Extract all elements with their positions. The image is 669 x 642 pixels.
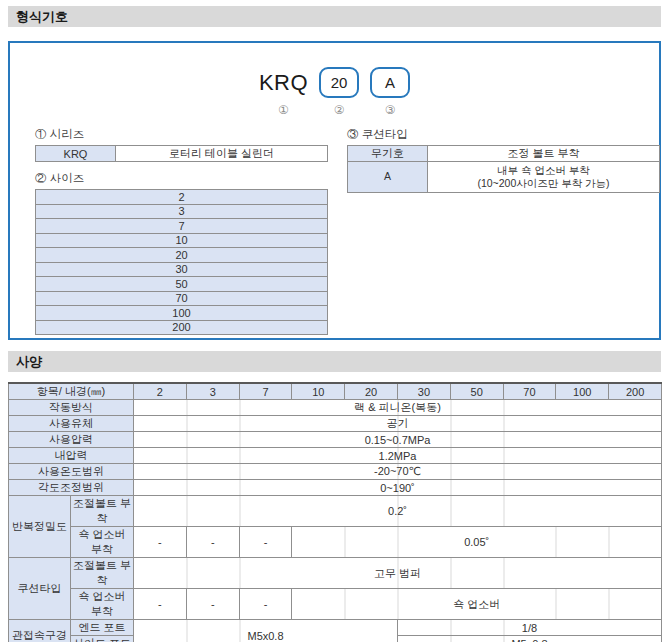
label-cell: 엔드 포트 (71, 620, 134, 636)
label-cell: 사용압력 (9, 432, 134, 448)
spec-table-wrap: 항목/ 내경(㎜)2371020305070100200작동방식랙 & 피니온(… (8, 382, 661, 642)
section-title-model-code: 형식기호 (8, 6, 661, 27)
model-series-group: KRQ ① (259, 67, 308, 117)
table-row: 사용유체공기 (9, 416, 662, 432)
label-cell: 3 (36, 204, 328, 219)
label-cell: 2 (36, 190, 328, 205)
table-row: 쇽 업소버 부착---0.05˚ (9, 527, 662, 558)
label-cell: 70 (503, 383, 556, 400)
model-code-panel: KRQ ① 20 ② A ③ ① 시리즈 KRQ 로터리 테이블 실린더 (8, 41, 661, 340)
table-row: 30 (36, 262, 328, 277)
table-row: 관접속구경엔드 포트M5x0.81/8 (9, 620, 662, 636)
size-section: ② 사이즈 2371020305070100200 (35, 171, 328, 335)
model-series-text: KRQ (259, 70, 308, 96)
value-cell: 쇽 업소버 (292, 589, 662, 620)
value-cell: 0.2˚ (134, 496, 662, 527)
value-cell: 0.15~0.7MPa (134, 432, 662, 448)
value-cell: 0.05˚ (292, 527, 662, 558)
label-cell: 내압력 (9, 448, 134, 464)
model-cushion-box: A (370, 67, 410, 98)
table-row: 100 (36, 306, 328, 321)
model-cushion-group: A ③ (370, 67, 410, 117)
table-row: 200 (36, 320, 328, 335)
label-cell: 100 (556, 383, 609, 400)
label-cell: 작동방식 (9, 400, 134, 416)
series-heading: ① 시리즈 (35, 127, 328, 142)
table-row: 쿠션타입조절볼트 부착고무 범퍼 (9, 558, 662, 589)
label-cell: 쇽 업소버 부착 (71, 527, 134, 558)
label-cell: 30 (398, 383, 451, 400)
table-row: 7 (36, 219, 328, 234)
label-cell: 30 (36, 262, 328, 277)
series-code-cell: KRQ (36, 146, 116, 162)
table-row: 무기호 조정 볼트 부착 (348, 146, 660, 162)
table-row: 사용온도범위-20~70℃ (9, 464, 662, 480)
label-cell: 2 (134, 383, 187, 400)
table-row: KRQ 로터리 테이블 실린더 (36, 146, 328, 162)
label-cell: 50 (450, 383, 503, 400)
label-cell: 3 (186, 383, 239, 400)
label-cell: 사용유체 (9, 416, 134, 432)
catalog-page: 형식기호 KRQ ① 20 ② A ③ ① 시리즈 KRQ 로터리 테이블 (0, 0, 669, 642)
label-cell: 70 (36, 291, 328, 306)
table-row: 50 (36, 277, 328, 292)
table-row: 작동방식랙 & 피니온(복동) (9, 400, 662, 416)
circled-number-3: ③ (385, 103, 396, 117)
label-cell: 200 (36, 320, 328, 335)
table-row: 70 (36, 291, 328, 306)
circled-number-1: ① (278, 103, 289, 117)
label-cell: 10 (36, 233, 328, 248)
size-heading: ② 사이즈 (35, 171, 328, 186)
label-cell: 50 (36, 277, 328, 292)
cushion-section: ③ 쿠션타입 무기호 조정 볼트 부착 A 내부 쇽 업소버 부착 (10~20… (347, 127, 660, 193)
value-cell: -20~70℃ (134, 464, 662, 480)
label-cell: 관접속구경 (9, 620, 71, 642)
value-cell: - (134, 589, 187, 620)
value-cell: 고무 범퍼 (134, 558, 662, 589)
cushion-table: 무기호 조정 볼트 부착 A 내부 쇽 업소버 부착 (10~200사이즈만 부… (347, 145, 660, 193)
series-section: ① 시리즈 KRQ 로터리 테이블 실린더 (35, 127, 328, 162)
table-row: 3 (36, 204, 328, 219)
table-row: 각도조정범위0~190˚ (9, 480, 662, 496)
value-cell: M5x0.8 (134, 620, 398, 642)
value-cell: 공기 (134, 416, 662, 432)
value-cell: 1.2MPa (134, 448, 662, 464)
table-row: 10 (36, 233, 328, 248)
series-desc-cell: 로터리 테이블 실린더 (116, 146, 328, 162)
label-cell: 조절볼트 부착 (71, 496, 134, 527)
label-cell: 반복정밀도 (9, 496, 71, 558)
cushion-code-cell: 무기호 (348, 146, 428, 162)
value-cell: 1/8 (398, 620, 662, 636)
label-cell: 각도조정범위 (9, 480, 134, 496)
label-cell: 20 (345, 383, 398, 400)
cushion-heading: ③ 쿠션타입 (347, 127, 660, 142)
table-row: 내압력1.2MPa (9, 448, 662, 464)
spec-table: 항목/ 내경(㎜)2371020305070100200작동방식랙 & 피니온(… (8, 382, 662, 642)
label-cell: 10 (292, 383, 345, 400)
value-cell: - (239, 527, 292, 558)
circled-number-2: ② (334, 103, 345, 117)
label-cell: 7 (36, 219, 328, 234)
label-cell: 조절볼트 부착 (71, 558, 134, 589)
label-cell: 항목/ 내경(㎜) (9, 383, 134, 400)
label-cell: 사이드 포트 (71, 636, 134, 642)
label-cell: 200 (609, 383, 662, 400)
label-cell: 20 (36, 248, 328, 263)
cushion-desc-cell: 내부 쇽 업소버 부착 (10~200사이즈만 부착 가능) (428, 162, 660, 193)
value-cell: - (186, 527, 239, 558)
label-cell: 100 (36, 306, 328, 321)
table-row: 2 (36, 190, 328, 205)
table-row: 쇽 업소버 부착---쇽 업소버 (9, 589, 662, 620)
label-cell: 쇽 업소버 부착 (71, 589, 134, 620)
table-row: 반복정밀도조절볼트 부착0.2˚ (9, 496, 662, 527)
value-cell: - (134, 527, 187, 558)
model-code-row: KRQ ① 20 ② A ③ (10, 67, 659, 117)
value-cell: 0~190˚ (134, 480, 662, 496)
cushion-code-cell: A (348, 162, 428, 193)
label-cell: 7 (239, 383, 292, 400)
value-cell: - (239, 589, 292, 620)
cushion-desc-cell: 조정 볼트 부착 (428, 146, 660, 162)
series-table: KRQ 로터리 테이블 실린더 (35, 145, 328, 162)
table-row: A 내부 쇽 업소버 부착 (10~200사이즈만 부착 가능) (348, 162, 660, 193)
model-size-box: 20 (319, 67, 359, 98)
